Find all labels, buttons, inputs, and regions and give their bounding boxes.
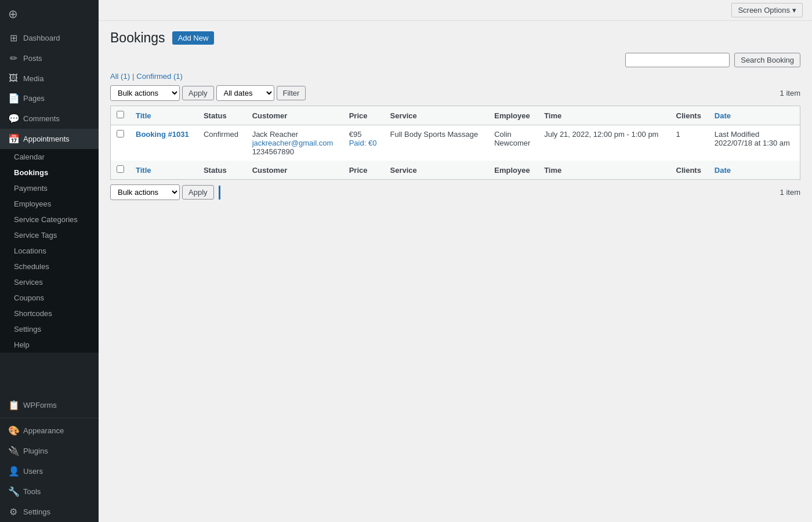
col-footer-checkbox <box>111 161 130 180</box>
sidebar-item-media[interactable]: 🖼 Media <box>0 68 99 88</box>
sidebar-item-services[interactable]: Services <box>0 274 99 290</box>
col-footer-time: Time <box>538 161 670 180</box>
sidebar-item-tools[interactable]: 🔧 Tools <box>0 481 99 502</box>
col-header-title: Title <box>130 106 198 125</box>
row-checkbox[interactable] <box>117 130 124 137</box>
col-footer-status: Status <box>198 161 246 180</box>
sidebar-item-label-settings: Settings <box>14 325 41 334</box>
sidebar-item-appearance[interactable]: 🎨 Appearance <box>0 420 99 441</box>
col-header-checkbox <box>111 106 130 125</box>
col-header-date: Date <box>709 106 800 125</box>
media-icon: 🖼 <box>8 73 19 84</box>
sidebar-item-label-dashboard: Dashboard <box>23 34 60 42</box>
sidebar-item-service-categories[interactable]: Service Categories <box>0 212 99 227</box>
sidebar-item-label-bookings: Bookings <box>14 168 48 177</box>
customer-name: Jack Reacher <box>252 130 298 139</box>
settings-icon: ⚙ <box>8 506 19 517</box>
search-area: Search Booking <box>110 53 800 67</box>
employee-first-name: Colin <box>494 130 512 139</box>
col-header-clients: Clients <box>670 106 709 125</box>
row-title-cell: Booking #1031 <box>130 125 198 161</box>
apply-button-bottom[interactable]: Apply <box>182 185 214 200</box>
col-footer-date-sort-link[interactable]: Date <box>715 166 731 175</box>
sidebar-item-service-tags[interactable]: Service Tags <box>0 227 99 243</box>
col-footer-title-sort-link[interactable]: Title <box>136 166 151 175</box>
col-footer-price: Price <box>343 161 385 180</box>
sidebar-item-label-appointments: Appointments <box>23 135 70 143</box>
sidebar-item-label-media: Media <box>23 74 44 83</box>
row-customer-cell: Jack Reacher jackreacher@gmail.com 12345… <box>246 125 343 161</box>
sidebar-item-label-comments: Comments <box>23 114 60 123</box>
sidebar-item-employees[interactable]: Employees <box>0 196 99 212</box>
col-date-sort-link[interactable]: Date <box>715 111 731 120</box>
date-value: 2022/07/18 at 1:30 am <box>715 139 790 147</box>
appointments-icon: 📅 <box>8 133 19 144</box>
col-header-employee: Employee <box>488 106 538 125</box>
sidebar-item-schedules[interactable]: Schedules <box>0 259 99 274</box>
paid-value: Paid: €0 <box>349 139 377 147</box>
service-name: Full Body Sports Massage <box>390 130 478 139</box>
bulk-actions-select-bottom[interactable]: Bulk actions <box>110 184 180 200</box>
sidebar-item-pages[interactable]: 📄 Pages <box>0 88 99 108</box>
sidebar-item-label-schedules: Schedules <box>14 262 49 271</box>
row-time-cell: July 21, 2022, 12:00 pm - 1:00 pm <box>538 125 670 161</box>
clients-count: 1 <box>676 130 680 139</box>
col-header-time: Time <box>538 106 670 125</box>
customer-email-link[interactable]: jackreacher@gmail.com <box>252 139 334 147</box>
sidebar-item-settings[interactable]: Settings <box>0 321 99 337</box>
col-footer-title: Title <box>130 161 198 180</box>
bulk-actions-select-top[interactable]: Bulk actions <box>110 85 180 101</box>
filter-separator: | <box>132 72 134 81</box>
search-input[interactable] <box>625 53 730 67</box>
sidebar-item-settings-bottom[interactable]: ⚙ Settings <box>0 502 99 522</box>
select-all-checkbox-bottom[interactable] <box>117 165 124 173</box>
search-booking-button[interactable]: Search Booking <box>734 53 800 67</box>
select-all-checkbox-top[interactable] <box>117 111 124 118</box>
sidebar-item-help[interactable]: Help <box>0 337 99 353</box>
row-clients-cell: 1 <box>670 125 709 161</box>
col-footer-clients: Clients <box>670 161 709 180</box>
screen-options-button[interactable]: Screen Options ▾ <box>731 3 803 17</box>
sidebar-item-plugins[interactable]: 🔌 Plugins <box>0 441 99 461</box>
filter-button[interactable]: Filter <box>277 86 306 100</box>
sidebar-item-payments[interactable]: Payments <box>0 180 99 196</box>
sidebar-item-appointments[interactable]: 📅 Appointments <box>0 129 99 149</box>
table-header-row: Title Status Customer Price Service Empl… <box>111 106 800 125</box>
col-footer-employee: Employee <box>488 161 538 180</box>
filter-all-link[interactable]: All (1) <box>110 72 130 81</box>
table-footer-row: Title Status Customer Price Service Empl… <box>111 161 800 180</box>
sidebar-item-label-wpforms: WPForms <box>23 401 57 409</box>
main-area: Screen Options ▾ Bookings Add New Search… <box>99 0 812 522</box>
booking-time: July 21, 2022, 12:00 pm - 1:00 pm <box>544 130 658 139</box>
col-title-sort-link[interactable]: Title <box>136 111 151 120</box>
sidebar-item-users[interactable]: 👤 Users <box>0 461 99 481</box>
date-filter-select[interactable]: All dates <box>216 85 274 101</box>
sidebar: ⊕ ⊞ Dashboard ✏ Posts 🖼 Media 📄 Pages 💬 … <box>0 0 99 522</box>
appearance-icon: 🎨 <box>8 425 19 436</box>
sidebar-item-posts[interactable]: ✏ Posts <box>0 48 99 68</box>
drag-handle <box>219 186 220 200</box>
sidebar-item-calendar[interactable]: Calendar <box>0 149 99 165</box>
filter-links: All (1) | Confirmed (1) <box>110 72 800 81</box>
price-value: €95 <box>349 130 362 139</box>
sidebar-item-coupons[interactable]: Coupons <box>0 290 99 306</box>
booking-title-link[interactable]: Booking #1031 <box>136 130 189 139</box>
posts-icon: ✏ <box>8 53 19 64</box>
filter-confirmed-link[interactable]: Confirmed (1) <box>136 72 182 81</box>
sidebar-item-locations[interactable]: Locations <box>0 243 99 259</box>
top-toolbar: Bulk actions Apply All dates Filter 1 it… <box>110 85 800 101</box>
sidebar-item-label-pages: Pages <box>23 94 45 103</box>
sidebar-item-wpforms[interactable]: 📋 WPForms <box>0 395 99 415</box>
sidebar-item-comments[interactable]: 💬 Comments <box>0 108 99 129</box>
sidebar-item-bookings[interactable]: Bookings <box>0 165 99 180</box>
row-status: Confirmed <box>204 130 238 139</box>
col-footer-service: Service <box>385 161 489 180</box>
add-new-button[interactable]: Add New <box>172 31 215 45</box>
apply-button-top[interactable]: Apply <box>182 86 214 100</box>
sidebar-item-shortcodes[interactable]: Shortcodes <box>0 306 99 321</box>
comments-icon: 💬 <box>8 113 19 124</box>
col-footer-customer: Customer <box>246 161 343 180</box>
sidebar-item-dashboard[interactable]: ⊞ Dashboard <box>0 28 99 48</box>
appointments-submenu: Calendar Bookings Payments Employees Ser… <box>0 149 99 353</box>
sidebar-item-label-calendar: Calendar <box>14 153 45 161</box>
